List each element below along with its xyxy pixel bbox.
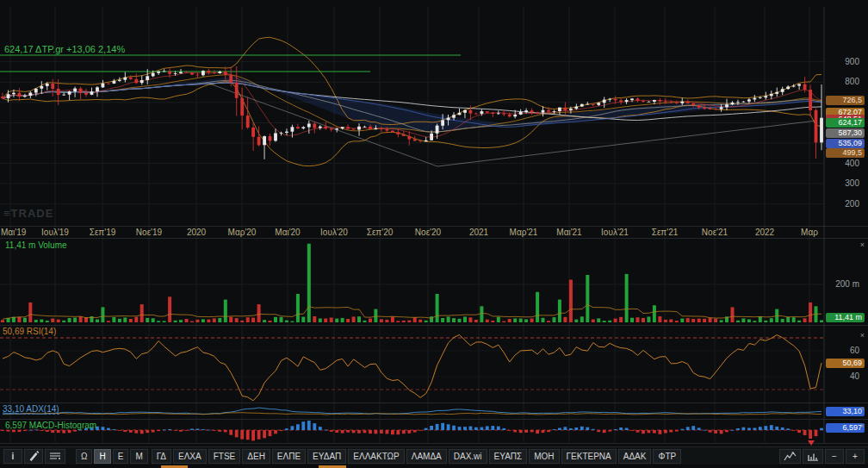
bottom-toolbar: i ΩΗΕΜ ΓΔΕΛΧΑFTSEΔΕΗΕΛΠΕΕΥΔΑΠΕΛΛΑΚΤΩΡΛΑΜ…: [0, 446, 868, 465]
platform-watermark: ≡TRADE: [3, 207, 53, 220]
ticker-button-ΕΛΠΕ[interactable]: ΕΛΠΕ: [272, 449, 306, 464]
zoom-in-button[interactable]: +: [846, 449, 865, 464]
info-button[interactable]: i: [3, 449, 22, 464]
indicators-button[interactable]: [45, 449, 65, 464]
info-icon: i: [12, 452, 15, 461]
ticker-button-ΛΑΜΔΑ[interactable]: ΛΑΜΔΑ: [406, 449, 447, 464]
ticker-button-ΜΟΗ[interactable]: ΜΟΗ: [529, 449, 559, 464]
ticker-button-ΓΕΚΤΕΡΝΑ[interactable]: ΓΕΚΤΕΡΝΑ: [561, 449, 617, 464]
ticker-button-FTSE[interactable]: FTSE: [208, 449, 241, 464]
chart-style-button[interactable]: [779, 449, 801, 464]
interval-group: ΩΗΕΜ: [76, 449, 148, 464]
pencil-icon: [28, 451, 39, 461]
ticker-button-ΦΤΡ[interactable]: ΦΤΡ: [653, 449, 681, 464]
ticker-button-ΔΕΗ[interactable]: ΔΕΗ: [242, 449, 270, 464]
close-rsi-pane-button[interactable]: ×: [858, 331, 867, 340]
chart-canvas[interactable]: [0, 0, 868, 446]
interval-button-Ε[interactable]: Ε: [113, 449, 129, 464]
interval-button-Μ[interactable]: Μ: [130, 449, 147, 464]
toolbar-underside: [0, 465, 868, 468]
ticker-button-ΕΛΧΑ[interactable]: ΕΛΧΑ: [173, 449, 207, 464]
trend-chart-icon: [784, 451, 797, 461]
trading-chart-app: Μαι'19Ιουλ'19Σεπ'19Νοε'192020Μαρ'20Μαι'2…: [0, 0, 868, 468]
interval-button-Ω[interactable]: Ω: [76, 449, 92, 464]
ticker-button-ΑΔΑΚ[interactable]: ΑΔΑΚ: [618, 449, 652, 464]
ticker-button-ΕΥΑΠΣ[interactable]: ΕΥΑΠΣ: [489, 449, 528, 464]
zoom-out-button[interactable]: −: [825, 449, 844, 464]
close-volume-pane-button[interactable]: ×: [858, 240, 867, 250]
adx-pane-label: 33,10 ADX(14): [3, 404, 59, 415]
ticker-button-ΕΥΔΑΠ[interactable]: ΕΥΔΑΠ: [307, 449, 346, 464]
list-icon: [49, 451, 61, 461]
ticker-group: ΓΔΕΛΧΑFTSEΔΕΗΕΛΠΕΕΥΔΑΠΕΛΛΑΚΤΩΡΛΑΜΔΑDAX.w…: [152, 449, 682, 464]
toolbar-right-group: − +: [779, 449, 865, 464]
ticker-button-DAX.wi[interactable]: DAX.wi: [449, 449, 487, 464]
macd-pane-label: 6,597 MACD-Histogram: [5, 421, 96, 430]
close-macd-pane-button[interactable]: ×: [858, 421, 867, 431]
rsi-pane-label: 50,69 RSI(14): [3, 327, 56, 336]
ticker-button-ΕΛΛΑΚΤΩΡ[interactable]: ΕΛΛΑΚΤΩΡ: [348, 449, 404, 464]
volume-chart-button[interactable]: [803, 449, 823, 464]
draw-button[interactable]: [24, 449, 43, 464]
interval-button-Η[interactable]: Η: [94, 449, 110, 464]
histogram-icon: [807, 451, 819, 461]
sell-signal-marker-icon: [808, 440, 815, 446]
symbol-quote-header: 624,17 ΔTP.gr +13,06 2,14%: [4, 44, 125, 54]
close-adx-pane-button[interactable]: ×: [858, 404, 867, 414]
volume-pane-label: 11,41 m Volume: [5, 240, 67, 250]
ticker-button-ΓΔ[interactable]: ΓΔ: [152, 449, 171, 464]
